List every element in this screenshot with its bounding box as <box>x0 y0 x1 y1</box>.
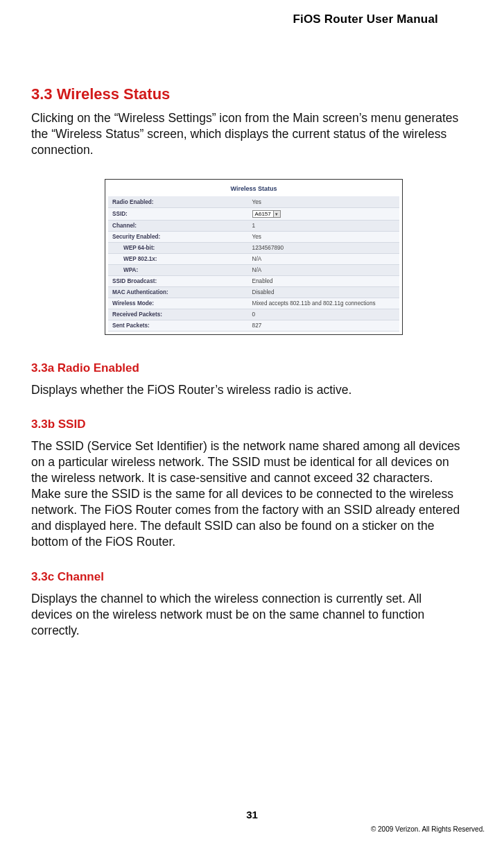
table-row: SSID:A6157▾ <box>108 207 399 220</box>
section-intro: Clicking on the “Wireless Settings” icon… <box>31 110 476 158</box>
page-header: FiOS Router User Manual <box>31 12 476 26</box>
row-value: N/A <box>248 253 399 264</box>
subtext-c: Displays the channel to which the wirele… <box>31 591 476 639</box>
row-label: WPA: <box>108 264 248 275</box>
table-row: Received Packets:0 <box>108 309 399 320</box>
row-label: SSID Broadcast: <box>108 275 248 286</box>
row-label: Sent Packets: <box>108 320 248 331</box>
table-row: WEP 64-bit:1234567890 <box>108 242 399 253</box>
row-label: Received Packets: <box>108 309 248 320</box>
table-row: Wireless Mode:Mixed accepts 802.11b and … <box>108 298 399 309</box>
row-label: Security Enabled: <box>108 231 248 242</box>
subheading-a: 3.3a Radio Enabled <box>31 361 476 375</box>
chevron-down-icon[interactable]: ▾ <box>273 210 281 218</box>
row-label: SSID: <box>108 207 248 220</box>
table-row: MAC Authentication:Disabled <box>108 286 399 298</box>
table-row: WPA:N/A <box>108 264 399 275</box>
row-value: 0 <box>248 309 399 320</box>
wireless-status-screenshot: Wireless Status Radio Enabled:YesSSID:A6… <box>105 179 403 335</box>
row-label: WEP 64-bit: <box>108 242 248 253</box>
row-label: MAC Authentication: <box>108 286 248 298</box>
row-label: Radio Enabled: <box>108 196 248 207</box>
row-value: A6157▾ <box>248 207 399 220</box>
table-row: SSID Broadcast:Enabled <box>108 275 399 286</box>
row-value: Enabled <box>248 275 399 286</box>
row-label: Wireless Mode: <box>108 298 248 309</box>
table-row: Security Enabled:Yes <box>108 231 399 242</box>
subtext-b: The SSID (Service Set Identifier) is the… <box>31 438 476 551</box>
row-value: N/A <box>248 264 399 275</box>
table-row: Radio Enabled:Yes <box>108 196 399 207</box>
page-number: 31 <box>0 809 504 820</box>
row-value: Disabled <box>248 286 399 298</box>
figure-container: Wireless Status Radio Enabled:YesSSID:A6… <box>31 179 476 335</box>
ssid-select[interactable]: A6157 <box>252 210 274 218</box>
copyright: © 2009 Verizon. All Rights Reserved. <box>371 825 485 833</box>
figure-title: Wireless Status <box>108 182 399 196</box>
row-value: 1234567890 <box>248 242 399 253</box>
subtext-a: Displays whether the FiOS Router’s wirel… <box>31 382 476 398</box>
row-value: Yes <box>248 231 399 242</box>
wireless-status-table: Radio Enabled:YesSSID:A6157▾Channel:1Sec… <box>108 196 399 332</box>
subheading-b: 3.3b SSID <box>31 418 476 431</box>
row-label: WEP 802.1x: <box>108 253 248 264</box>
row-value: 827 <box>248 320 399 331</box>
row-value: 1 <box>248 220 399 231</box>
section-heading: 3.3 Wireless Status <box>31 85 476 103</box>
table-row: Channel:1 <box>108 220 399 231</box>
subheading-c: 3.3c Channel <box>31 570 476 584</box>
table-row: WEP 802.1x:N/A <box>108 253 399 264</box>
row-label: Channel: <box>108 220 248 231</box>
table-row: Sent Packets:827 <box>108 320 399 331</box>
row-value: Mixed accepts 802.11b and 802.11g connec… <box>248 298 399 309</box>
row-value: Yes <box>248 196 399 207</box>
